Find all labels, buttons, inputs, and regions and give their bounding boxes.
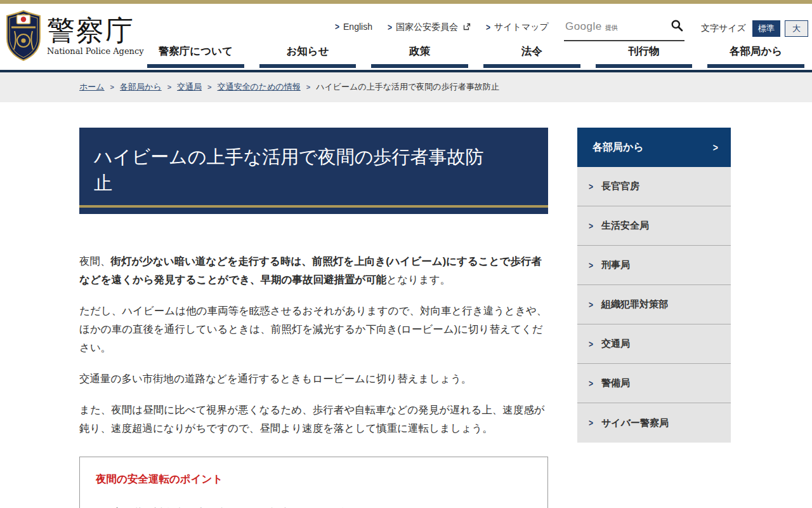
chevron-right-icon: > — [388, 22, 392, 32]
utility-bar: > English > 国家公安委員会 > サイトマップ Google提供 — [335, 19, 808, 41]
site-subtitle: National Police Agency — [47, 46, 144, 56]
font-size-control: 文字サイズ 標準 大 — [701, 20, 808, 37]
safety-points-box: 夜間の安全運転のポイント ・ 暗い道で対向車や先行車がいない場合は、ハイビームを… — [79, 457, 548, 508]
global-nav: 警察庁について お知らせ 政策 法令 刊行物 各部局から — [140, 44, 812, 68]
chevron-right-icon: > — [589, 378, 593, 388]
nav-about[interactable]: 警察庁について — [140, 44, 252, 68]
google-note-label: 提供 — [605, 24, 618, 31]
npsc-link[interactable]: > 国家公安委員会 — [388, 22, 471, 33]
sidebar-item-criminal-affairs[interactable]: > 刑事局 — [577, 246, 731, 285]
sidebar-header-bureaus[interactable]: 各部局から > — [577, 128, 731, 167]
page-title-banner: ハイビームの上手な活用で夜間の歩行者事故防止 — [79, 128, 548, 214]
breadcrumb-current-page: ハイビームの上手な活用で夜間の歩行者事故防止 — [316, 81, 499, 93]
english-link[interactable]: > English — [335, 22, 372, 32]
nav-underline — [147, 64, 244, 68]
sitemap-link-label: サイトマップ — [494, 22, 549, 33]
font-size-large-button[interactable]: 大 — [785, 20, 808, 37]
nav-underline — [596, 64, 693, 68]
paragraph-2: ただし、ハイビームは他の車両等を眩惑させるおそれがありますので、対向車と行き違う… — [79, 302, 548, 357]
chevron-right-icon: > — [589, 338, 593, 349]
search-placeholder: Google提供 — [565, 20, 618, 33]
sidebar-item-organized-crime[interactable]: > 組織犯罪対策部 — [577, 285, 731, 324]
external-link-icon — [463, 22, 471, 32]
nav-publications[interactable]: 刊行物 — [588, 44, 700, 68]
search-icon[interactable] — [671, 19, 683, 34]
paragraph-1-bold: 街灯が少ない暗い道などを走行する時は、前照灯を上向き(ハイビーム)にすることで歩… — [79, 255, 542, 285]
sidebar-menu: 各部局から > > 長官官房 > 生活安全局 > 刑事局 > 組織犯罪対策部 >… — [577, 128, 731, 443]
chevron-right-icon: > — [713, 141, 718, 153]
bullet-icon: ・ — [96, 503, 111, 508]
nav-underline — [371, 64, 468, 68]
nav-underline — [483, 64, 580, 68]
nav-news[interactable]: お知らせ — [252, 44, 364, 68]
chevron-right-icon: > — [335, 22, 339, 32]
site-title: 警察庁 — [47, 15, 144, 46]
nav-policy[interactable]: 政策 — [363, 44, 476, 68]
site-header: 警察庁 National Police Agency > English > 国… — [0, 4, 812, 68]
chevron-right-icon: > — [110, 83, 114, 91]
chevron-right-icon: > — [167, 83, 171, 91]
title-gold-rule — [79, 205, 548, 208]
npsc-link-label: 国家公安委員会 — [396, 22, 458, 33]
sitemap-link[interactable]: > サイトマップ — [486, 22, 549, 33]
chevron-right-icon: > — [589, 418, 593, 428]
chevron-right-icon: > — [589, 260, 593, 270]
paragraph-3: 交通量の多い市街地の道路などを通行するときもロービームに切り替えましょう。 — [79, 370, 548, 388]
npa-logo-link[interactable]: 警察庁 National Police Agency — [6, 10, 144, 64]
sidebar-item-community-safety[interactable]: > 生活安全局 — [577, 206, 731, 246]
safety-points-list: ・ 暗い道で対向車や先行車がいない場合は、ハイビームを活用 ・ 交通量の多い市街… — [96, 503, 535, 508]
paragraph-1: 夜間、街灯が少ない暗い道などを走行する時は、前照灯を上向き(ハイビーム)にするこ… — [79, 252, 548, 289]
breadcrumb: ホーム > 各部局から > 交通局 > 交通安全のための情報 > ハイビームの上… — [0, 72, 812, 102]
google-brand-label: Google — [565, 20, 602, 32]
page-title: ハイビームの上手な活用で夜間の歩行者事故防止 — [94, 144, 492, 196]
main-column: ハイビームの上手な活用で夜間の歩行者事故防止 夜間、街灯が少ない暗い道などを走行… — [79, 128, 548, 508]
nav-underline — [707, 64, 804, 68]
chevron-right-icon: > — [207, 83, 211, 91]
list-item: ・ 暗い道で対向車や先行車がいない場合は、ハイビームを活用 — [96, 503, 535, 508]
sidebar-item-traffic-bureau[interactable]: > 交通局 — [577, 324, 731, 364]
nav-underline — [259, 64, 357, 68]
nav-bureaus[interactable]: 各部局から — [700, 44, 812, 68]
breadcrumb-home-link[interactable]: ホーム — [79, 81, 105, 93]
chevron-right-icon: > — [589, 220, 593, 231]
sidebar-item-security-bureau[interactable]: > 警備局 — [577, 364, 731, 403]
sidebar-item-cyber-police[interactable]: > サイバー警察局 — [577, 403, 731, 443]
content-area: ハイビームの上手な活用で夜間の歩行者事故防止 夜間、街灯が少ない暗い道などを走行… — [0, 102, 812, 508]
search-input[interactable]: Google提供 — [564, 19, 684, 41]
breadcrumb-traffic-safety-link[interactable]: 交通安全のための情報 — [218, 81, 301, 93]
chevron-right-icon: > — [589, 181, 593, 191]
font-size-standard-button[interactable]: 標準 — [752, 20, 780, 37]
brand-text: 警察庁 National Police Agency — [47, 15, 144, 56]
chevron-right-icon: > — [486, 22, 490, 32]
chevron-right-icon: > — [306, 83, 310, 91]
npa-crest-icon — [6, 10, 41, 64]
chevron-right-icon: > — [589, 299, 593, 309]
sidebar-item-commissioner-secretariat[interactable]: > 長官官房 — [577, 167, 731, 206]
nav-laws[interactable]: 法令 — [476, 44, 588, 68]
breadcrumb-traffic-bureau-link[interactable]: 交通局 — [177, 81, 202, 93]
paragraph-4: また、夜間は昼間に比べて視界が悪くなるため、歩行者や自転車などの発見が遅れる上、… — [79, 401, 548, 438]
font-size-label: 文字サイズ — [701, 23, 746, 34]
breadcrumb-bureaus-link[interactable]: 各部局から — [120, 81, 162, 93]
safety-points-heading: 夜間の安全運転のポイント — [96, 472, 535, 486]
english-link-label: English — [343, 22, 372, 32]
